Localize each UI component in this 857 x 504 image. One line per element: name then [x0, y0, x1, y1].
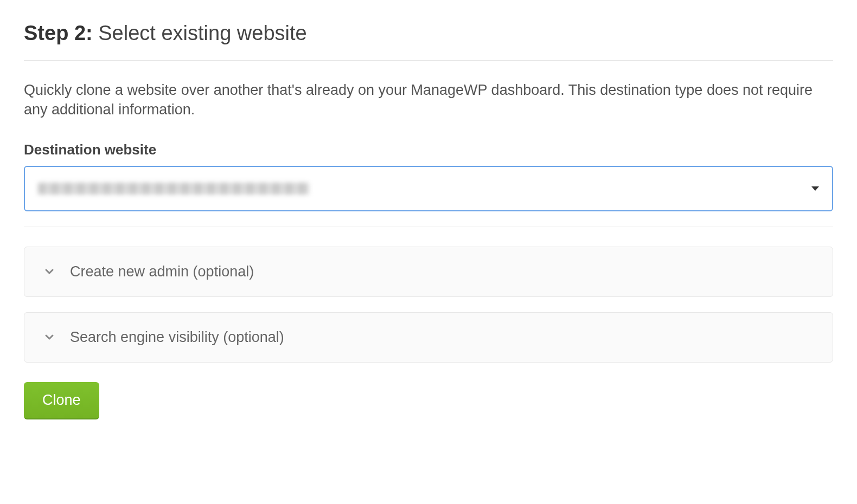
divider — [24, 60, 833, 61]
step-prefix: Step 2: — [24, 22, 93, 44]
chevron-down-icon — [44, 266, 55, 277]
accordion-title: Create new admin (optional) — [70, 263, 254, 280]
step-heading: Step 2: Select existing website — [24, 22, 833, 45]
destination-label: Destination website — [24, 141, 833, 158]
destination-website-select[interactable] — [24, 166, 833, 211]
chevron-down-icon — [44, 332, 55, 343]
caret-down-icon — [811, 186, 819, 191]
clone-button[interactable]: Clone — [24, 382, 99, 419]
destination-selected-value — [38, 183, 309, 195]
accordion-search-engine-visibility[interactable]: Search engine visibility (optional) — [24, 312, 833, 363]
step-title: Select existing website — [93, 22, 307, 44]
accordion-create-new-admin[interactable]: Create new admin (optional) — [24, 247, 833, 297]
accordion-title: Search engine visibility (optional) — [70, 329, 284, 346]
divider — [24, 227, 833, 227]
description-text: Quickly clone a website over another tha… — [24, 80, 833, 120]
